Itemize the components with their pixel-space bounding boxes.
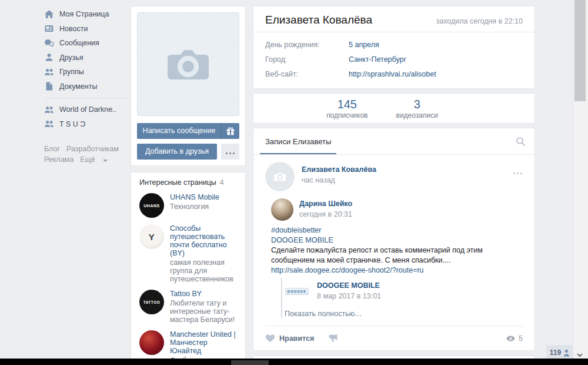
heart-icon xyxy=(265,334,275,343)
post-url-link[interactable]: http://sale.doogee.cc/doogee-shoot2/?rou… xyxy=(271,266,525,276)
profile-info-card: Елизавета Ковалёва заходила сегодня в 22… xyxy=(253,6,535,89)
interesting-page-item-uhans[interactable]: UHANS UHANS Mobile Технология xyxy=(139,193,237,218)
sidebar-item-label: Документы xyxy=(59,82,97,91)
birthday-link[interactable]: 5 апреля xyxy=(349,38,379,52)
page-avatar: Y xyxy=(139,224,164,249)
share-button[interactable] xyxy=(328,334,338,343)
post-timestamp[interactable]: час назад xyxy=(302,176,376,184)
repost-author-avatar[interactable] xyxy=(271,198,293,221)
followers-label: подписчиков xyxy=(326,111,368,120)
tab-wall-posts[interactable]: Записи Елизаветы xyxy=(260,128,336,154)
sidebar-footer: БлогРазработчикам РекламаЕщё xyxy=(44,144,138,165)
detail-label: Город: xyxy=(265,52,349,67)
hashtag-link[interactable]: #doubleisbetter xyxy=(271,225,525,235)
interesting-pages-count: 4 xyxy=(220,178,224,187)
followers-count: 145 xyxy=(326,98,368,111)
more-actions-icon xyxy=(225,148,236,156)
sidebar-item-friends[interactable]: Друзья xyxy=(44,51,131,65)
sidebar-item-news[interactable]: Новости xyxy=(44,22,131,36)
sidebar-item-label: Моя Страница xyxy=(59,10,109,18)
doogee-logo: DOOGEE xyxy=(285,288,309,295)
main-content-column: Елизавета Ковалёва заходила сегодня в 22… xyxy=(253,6,535,365)
sidebar-item-messages[interactable]: Сообщения xyxy=(44,36,131,51)
city-link[interactable]: Санкт-Петербург xyxy=(349,52,406,67)
person-icon xyxy=(563,349,570,357)
groups-icon xyxy=(44,105,54,115)
sidebar-item-documents[interactable]: Документы xyxy=(44,79,131,94)
groups-icon xyxy=(44,119,54,129)
detail-row-website: Веб-сайт: http://sprashlvai.ru/alisobet xyxy=(265,67,523,82)
footer-link-more[interactable]: Ещё xyxy=(80,155,108,164)
attached-repost: DOOGEE DOOGEE MOBILE 8 мар 2017 в 13:01 … xyxy=(281,278,523,318)
detail-row-birthday: День рождения: 5 апреля xyxy=(265,38,523,52)
footer-link-developers[interactable]: Разработчикам xyxy=(66,145,119,153)
detail-label: Веб-сайт: xyxy=(265,67,349,82)
wall-card: Записи Елизаветы Елизавета Ковалёва час … xyxy=(253,128,535,351)
home-icon xyxy=(44,9,54,19)
profile-more-actions-button[interactable] xyxy=(221,144,239,160)
sidebar-group-tsu[interactable]: T S U Ɔ xyxy=(44,117,131,132)
post-body-text: Сделайте пожалуйста репост и оставь комм… xyxy=(271,245,525,266)
wall-tab-bar: Записи Елизаветы xyxy=(253,128,534,155)
sidebar-item-label: Друзья xyxy=(59,54,83,62)
sidebar-group-world-of-darkness[interactable]: World of Darkne.. xyxy=(44,102,131,117)
attachment-date[interactable]: 8 мар 2017 в 13:01 xyxy=(317,292,381,300)
sidebar-item-my-page[interactable]: Моя Страница xyxy=(44,7,131,22)
videos-counter[interactable]: 3 видеозаписи xyxy=(396,98,438,120)
interesting-pages-title[interactable]: Интересные страницы xyxy=(139,178,216,187)
sidebar-item-label: World of Darkne.. xyxy=(59,105,116,114)
send-message-label: Написать сообщение xyxy=(137,123,221,139)
post-menu-button[interactable] xyxy=(512,162,523,176)
interesting-page-item-tattoo[interactable]: TATTOO Tattoo BY Любители тату и интерес… xyxy=(139,290,237,324)
chevron-down-icon xyxy=(103,160,108,162)
detail-label: День рождения: xyxy=(265,38,349,52)
wall-search-button[interactable] xyxy=(516,137,526,148)
attachment-group-avatar[interactable]: DOOGEE xyxy=(285,279,309,304)
messages-icon xyxy=(44,38,54,48)
page-name[interactable]: Tattoo BY xyxy=(170,290,237,298)
send-gift-button[interactable] xyxy=(221,123,239,139)
post-author-name[interactable]: Елизавета Ковалёва xyxy=(302,165,376,174)
interesting-page-item-travel[interactable]: Y Способы путешествовать почти бесплатно… xyxy=(139,224,237,283)
repost-timestamp[interactable]: сегодня в 20:31 xyxy=(299,210,352,218)
wall-post: Елизавета Ковалёва час назад Дарина Шейк… xyxy=(253,155,534,350)
interesting-pages-header: Интересные страницы4 xyxy=(139,178,237,187)
like-label: Нравится xyxy=(279,334,314,343)
page-name[interactable]: Способы путешествовать почти бесплатно (… xyxy=(170,224,237,257)
friends-icon xyxy=(44,52,54,62)
bottom-black-bar xyxy=(0,359,588,365)
post-views: 5 xyxy=(506,334,523,343)
footer-link-blog[interactable]: Блог xyxy=(44,145,60,153)
views-count: 5 xyxy=(519,334,523,343)
website-link[interactable]: http://sprashlvai.ru/alisobet xyxy=(349,67,436,82)
show-more-link[interactable]: Показать полностью… xyxy=(285,310,523,318)
online-count: 119 xyxy=(550,349,561,357)
followers-counter[interactable]: 145 подписчиков xyxy=(326,98,368,120)
like-button[interactable]: Нравится xyxy=(265,334,314,343)
documents-icon xyxy=(44,81,54,91)
camera-icon xyxy=(163,45,213,83)
profile-photo-placeholder xyxy=(137,12,239,116)
page-avatar: UHANS xyxy=(139,193,164,218)
page-name[interactable]: Manchester United | Манчестер Юнайтед xyxy=(170,330,237,355)
scrollbar-thumb[interactable] xyxy=(574,0,586,101)
sidebar-item-groups[interactable]: Группы xyxy=(44,65,131,79)
news-icon xyxy=(44,24,54,34)
sidebar-item-label: Сообщения xyxy=(59,39,99,47)
page-name[interactable]: UHANS Mobile xyxy=(170,193,219,201)
post-author-avatar[interactable] xyxy=(265,162,295,191)
gift-icon xyxy=(226,127,235,135)
scroll-down-button[interactable] xyxy=(574,351,586,359)
send-message-button[interactable]: Написать сообщение xyxy=(137,123,239,139)
repost-author-name[interactable]: Дарина Шейко xyxy=(299,200,352,208)
groups-icon xyxy=(44,67,54,77)
mention-link[interactable]: DOOGEE MOBILE xyxy=(271,235,525,245)
attachment-group-name[interactable]: DOOGEE MOBILE xyxy=(317,281,381,290)
scrollbar-track[interactable] xyxy=(573,0,588,365)
profile-photo-card: Написать сообщение Добавить в друзья xyxy=(131,6,246,166)
add-friend-button[interactable]: Добавить в друзья xyxy=(137,144,217,160)
videos-label: видеозаписи xyxy=(396,111,438,120)
profile-side-column: Написать сообщение Добавить в друзья Инт… xyxy=(131,6,246,365)
sidebar-item-label: Новости xyxy=(59,25,88,33)
footer-link-ads[interactable]: Реклама xyxy=(44,155,74,164)
